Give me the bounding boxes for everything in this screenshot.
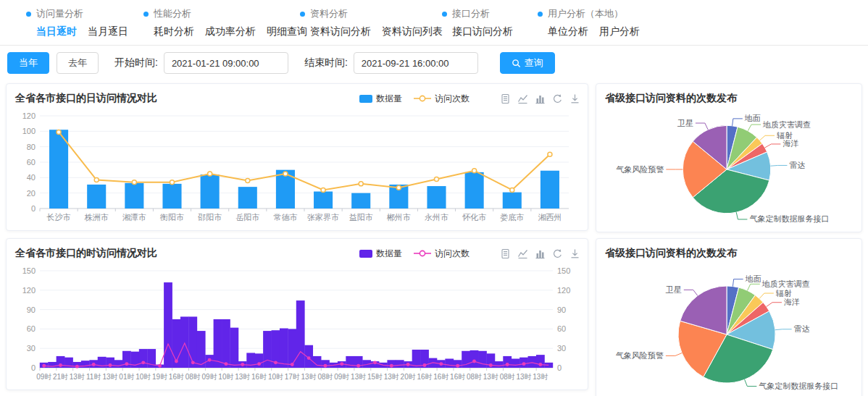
data-view-icon[interactable] <box>500 248 511 259</box>
line-marker[interactable] <box>94 178 99 182</box>
line-marker[interactable] <box>241 363 243 366</box>
nav-item-2-1[interactable]: 资料访问列表 <box>382 25 443 38</box>
line-marker[interactable] <box>548 152 552 156</box>
data-view-icon[interactable] <box>500 93 511 104</box>
line-marker[interactable] <box>472 169 477 173</box>
line-marker[interactable] <box>125 363 128 365</box>
line-marker[interactable] <box>307 357 309 359</box>
bar[interactable] <box>445 358 454 368</box>
bar[interactable] <box>288 329 296 368</box>
legend-item-line-series[interactable]: 访问次数 <box>414 248 470 260</box>
line-marker[interactable] <box>291 363 293 366</box>
nav-item-3-0[interactable]: 接口访问分析 <box>452 25 513 38</box>
bar[interactable] <box>230 328 238 368</box>
bar[interactable] <box>478 351 487 368</box>
line-marker[interactable] <box>374 361 376 363</box>
bar[interactable] <box>222 319 230 368</box>
line-marker[interactable] <box>435 177 439 181</box>
line-marker[interactable] <box>208 359 210 361</box>
bar[interactable] <box>280 329 288 368</box>
download-icon[interactable] <box>569 248 580 259</box>
bar[interactable] <box>503 193 522 208</box>
bar[interactable] <box>238 187 257 208</box>
line-marker[interactable] <box>539 363 541 366</box>
line-marker[interactable] <box>490 364 492 366</box>
restore-icon[interactable] <box>552 248 563 259</box>
bar[interactable] <box>495 361 504 368</box>
line-marker[interactable] <box>93 363 95 366</box>
end-time-input[interactable] <box>354 52 478 74</box>
bar[interactable] <box>197 331 206 368</box>
line-marker[interactable] <box>440 363 442 365</box>
bar[interactable] <box>125 183 143 208</box>
line-marker[interactable] <box>283 172 288 176</box>
line-marker[interactable] <box>357 365 359 367</box>
line-marker[interactable] <box>59 364 62 366</box>
bar[interactable] <box>541 171 559 208</box>
bar[interactable] <box>351 193 370 208</box>
last-year-button[interactable]: 去年 <box>57 52 99 74</box>
legend-item-line-series[interactable]: 访问次数 <box>414 93 470 105</box>
bar[interactable] <box>528 356 537 368</box>
line-marker[interactable] <box>391 365 393 367</box>
line-chart-icon[interactable] <box>517 93 528 104</box>
nav-item-2-0[interactable]: 资料访问分析 <box>310 25 371 38</box>
nav-item-4-0[interactable]: 单位分析 <box>548 25 588 38</box>
bar[interactable] <box>81 361 90 368</box>
line-marker[interactable] <box>142 361 144 363</box>
bar[interactable] <box>427 186 446 208</box>
line-marker[interactable] <box>359 182 363 186</box>
line-marker[interactable] <box>510 188 514 192</box>
restore-icon[interactable] <box>552 93 563 104</box>
bar[interactable] <box>465 172 484 208</box>
line-marker[interactable] <box>225 363 227 365</box>
line-marker[interactable] <box>522 363 525 365</box>
line-marker[interactable] <box>275 361 277 363</box>
bar[interactable] <box>396 360 404 368</box>
line-marker[interactable] <box>159 365 161 367</box>
line-marker[interactable] <box>208 172 212 176</box>
bar[interactable] <box>139 349 148 368</box>
line-chart-icon[interactable] <box>517 248 528 259</box>
nav-item-1-0[interactable]: 耗时分析 <box>154 25 194 38</box>
line-marker[interactable] <box>321 188 325 192</box>
line-marker[interactable] <box>170 180 175 185</box>
line-marker[interactable] <box>473 360 475 362</box>
bar[interactable] <box>313 356 322 368</box>
line-marker[interactable] <box>324 365 326 367</box>
bar[interactable] <box>87 185 106 208</box>
bar[interactable] <box>201 174 220 208</box>
line-marker[interactable] <box>506 363 508 366</box>
legend-item-bar-series[interactable]: 数据量 <box>359 93 402 105</box>
bar[interactable] <box>263 331 272 368</box>
bar[interactable] <box>314 192 333 208</box>
line-marker[interactable] <box>258 363 260 365</box>
line-marker[interactable] <box>175 360 178 362</box>
bar-chart-icon[interactable] <box>535 248 546 259</box>
line-marker[interactable] <box>109 364 111 366</box>
bar[interactable] <box>164 282 172 368</box>
search-button[interactable]: 查询 <box>500 52 555 74</box>
line-marker[interactable] <box>132 180 136 185</box>
bar[interactable] <box>114 360 123 368</box>
line-marker[interactable] <box>396 185 401 190</box>
bar-chart-icon[interactable] <box>535 93 546 104</box>
nav-item-1-1[interactable]: 成功率分析 <box>205 25 256 38</box>
bar[interactable] <box>188 316 197 368</box>
line-marker[interactable] <box>341 363 343 365</box>
bar[interactable] <box>346 356 354 368</box>
nav-item-4-1[interactable]: 用户分析 <box>599 25 640 38</box>
bar[interactable] <box>470 350 479 368</box>
this-year-button[interactable]: 当年 <box>7 52 49 74</box>
line-marker[interactable] <box>456 365 459 367</box>
line-marker[interactable] <box>406 363 409 366</box>
legend-item-bar-series[interactable]: 数据量 <box>359 248 402 260</box>
line-marker[interactable] <box>192 361 194 363</box>
nav-item-0-0[interactable]: 当日逐时 <box>36 25 77 38</box>
bar[interactable] <box>296 300 305 368</box>
download-icon[interactable] <box>569 93 580 104</box>
nav-item-0-1[interactable]: 当月逐日 <box>88 25 128 38</box>
line-marker[interactable] <box>423 364 425 366</box>
bar[interactable] <box>512 358 520 368</box>
line-marker[interactable] <box>76 366 78 368</box>
